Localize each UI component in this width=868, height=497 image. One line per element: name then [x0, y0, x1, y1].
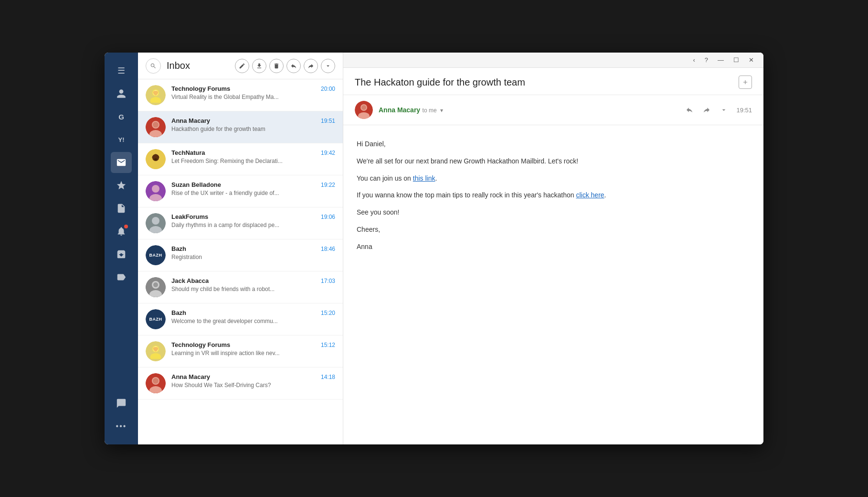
minimize-button[interactable]: —	[716, 55, 726, 65]
email-preview: Should my child be friends with a robot.…	[171, 286, 335, 292]
email-time: 17:03	[321, 278, 335, 284]
back-button[interactable]: ‹	[691, 55, 697, 65]
search-button[interactable]	[146, 58, 161, 74]
email-content: Anna Macary 19:51 Hackathon guide for th…	[171, 117, 335, 132]
forward-action-button[interactable]	[700, 103, 713, 117]
download-button[interactable]	[252, 59, 266, 73]
email-content: Bazh 18:46 Registration	[171, 245, 335, 260]
sidebar-icon-hamburger[interactable]: ☰	[111, 60, 132, 81]
email-timestamp: 19:51	[736, 107, 752, 114]
sidebar-icon-contacts[interactable]	[111, 83, 132, 104]
email-sender: Jack Abacca	[171, 277, 209, 284]
body-link2[interactable]: click here	[576, 191, 604, 199]
sidebar-icon-inbox[interactable]	[111, 152, 132, 173]
svg-point-1	[150, 97, 161, 103]
email-item[interactable]: LeakForums 19:06 Daily rhythms in a camp…	[138, 207, 343, 239]
email-preview: Learning in VR will inspire action like …	[171, 350, 335, 357]
svg-point-14	[152, 217, 159, 225]
email-content: Technology Forums 20:00 Virtual Reality …	[171, 85, 335, 100]
reply-action-button[interactable]	[683, 103, 696, 117]
sidebar-icon-tags[interactable]	[111, 267, 132, 288]
sender-name[interactable]: Anna Macary	[379, 106, 420, 114]
more-actions-button[interactable]	[321, 59, 335, 73]
sidebar-icon-drafts[interactable]	[111, 198, 132, 219]
email-item[interactable]: BAZH Bazh 15:20 Welcome to the great dev…	[138, 303, 343, 335]
email-content: Suzan Belladone 19:22 Rise of the UX wri…	[171, 181, 335, 196]
email-item[interactable]: TechNatura 19:42 Let Freedom Sing: Remix…	[138, 143, 343, 175]
sidebar-icon-starred[interactable]	[111, 175, 132, 196]
avatar: BAZH	[146, 245, 166, 265]
forward-button[interactable]	[304, 59, 318, 73]
avatar	[146, 213, 166, 233]
email-sender: Anna Macary	[171, 373, 210, 380]
toolbar-icons	[235, 59, 335, 73]
email-sender: Technology Forums	[171, 341, 230, 348]
window-titlebar: ‹ ? — ☐ ✕	[343, 53, 763, 68]
inbox-title: Inbox	[167, 60, 229, 71]
email-time: 15:20	[321, 310, 335, 316]
svg-point-30	[361, 105, 366, 110]
email-subject-bar: The Hackaton guide for the growth team	[343, 68, 763, 95]
email-sender: Technology Forums	[171, 85, 230, 92]
body-line3-prefix: If you wanna know the top main tips to r…	[357, 191, 576, 199]
sender-avatar	[355, 101, 373, 119]
email-content: TechNatura 19:42 Let Freedom Sing: Remix…	[171, 149, 335, 164]
email-list: Technology Forums 20:00 Virtual Reality …	[138, 79, 343, 444]
email-sender: Suzan Belladone	[171, 181, 221, 188]
sidebar-icon-notifications[interactable]	[111, 221, 132, 242]
close-button[interactable]: ✕	[747, 55, 756, 65]
email-time: 19:22	[321, 182, 335, 188]
panel-header: Inbox	[138, 53, 343, 79]
body-line3-suffix: .	[604, 191, 606, 199]
more-email-actions-button[interactable]	[717, 103, 730, 117]
email-content: Technology Forums 15:12 Learning in VR w…	[171, 341, 335, 357]
reply-button[interactable]	[286, 59, 301, 73]
body-line2: You can join us on this link.	[357, 173, 750, 184]
email-item[interactable]: Technology Forums 15:12 Learning in VR w…	[138, 335, 343, 367]
body-line1: We're all set for our next brand new Gro…	[357, 156, 750, 167]
email-content: LeakForums 19:06 Daily rhythms in a camp…	[171, 213, 335, 228]
avatar	[146, 341, 166, 361]
email-time: 18:46	[321, 246, 335, 252]
email-time: 19:06	[321, 214, 335, 220]
email-preview: Virtual Reality is the Global Empathy Ma…	[171, 94, 335, 100]
email-item[interactable]: Anna Macary 14:18 How Should We Tax Self…	[138, 367, 343, 400]
sidebar: ☰ G Y! •••	[105, 53, 138, 444]
compose-button[interactable]	[235, 59, 249, 73]
email-item[interactable]: Technology Forums 20:00 Virtual Reality …	[138, 79, 343, 111]
email-time: 19:51	[321, 118, 335, 124]
email-preview: Let Freedom Sing: Remixing the Declarati…	[171, 158, 335, 164]
sidebar-icon-google[interactable]: G	[111, 106, 132, 127]
sidebar-icon-contacts-list[interactable]	[111, 393, 132, 414]
email-time: 15:12	[321, 342, 335, 348]
svg-point-19	[153, 282, 158, 287]
email-body: Hi Daniel, We're all set for our next br…	[343, 125, 763, 444]
add-tag-button[interactable]	[739, 76, 752, 89]
body-link1[interactable]: this link	[413, 174, 435, 182]
svg-point-11	[152, 185, 159, 193]
maximize-button[interactable]: ☐	[731, 55, 741, 65]
email-content: Jack Abacca 17:03 Should my child be fri…	[171, 277, 335, 292]
app-window: ☰ G Y! •••	[105, 53, 763, 444]
email-item[interactable]: BAZH Bazh 18:46 Registration	[138, 239, 343, 271]
email-sender: LeakForums	[171, 213, 208, 220]
sidebar-icon-yahoo[interactable]: Y!	[111, 129, 132, 150]
email-sender: Anna Macary	[171, 117, 210, 124]
svg-point-9	[154, 159, 157, 160]
email-content: Bazh 15:20 Welcome to the great develope…	[171, 309, 335, 324]
help-button[interactable]: ?	[703, 55, 710, 65]
email-item[interactable]: Suzan Belladone 19:22 Rise of the UX wri…	[138, 175, 343, 207]
email-list-panel: Inbox	[138, 53, 343, 444]
email-time: 19:42	[321, 150, 335, 156]
email-preview: Welcome to the great developer commu...	[171, 318, 335, 324]
delete-button[interactable]	[269, 59, 284, 73]
email-item[interactable]: Anna Macary 19:51 Hackathon guide for th…	[138, 111, 343, 143]
sidebar-icon-more[interactable]: •••	[111, 416, 132, 437]
email-preview: Hackathon guide for the growth team	[171, 126, 335, 132]
sidebar-icon-archive[interactable]	[111, 244, 132, 265]
email-item[interactable]: Jack Abacca 17:03 Should my child be fri…	[138, 271, 343, 303]
svg-point-6	[153, 122, 159, 128]
email-actions	[683, 103, 730, 117]
email-preview: Rise of the UX writer - a friendly guide…	[171, 190, 335, 196]
body-line2-suffix: .	[435, 174, 437, 182]
